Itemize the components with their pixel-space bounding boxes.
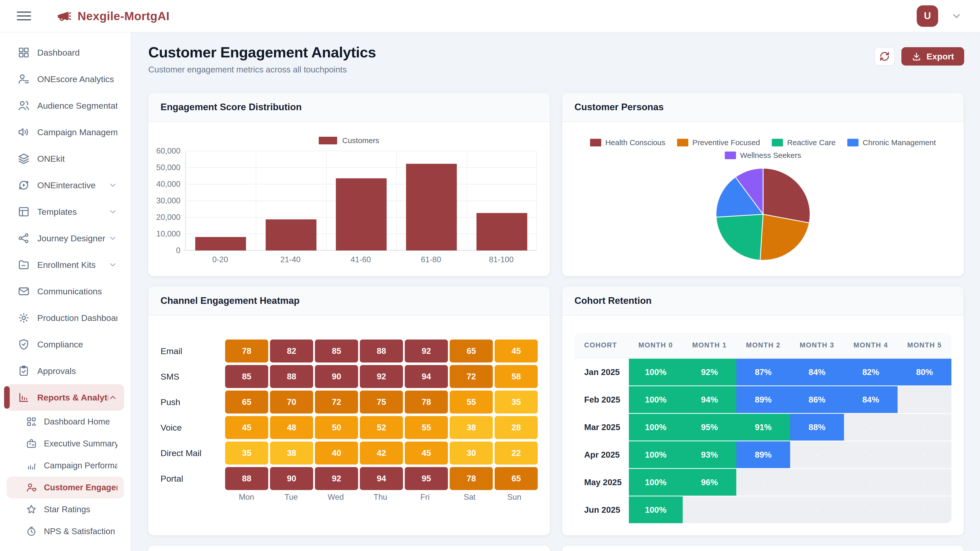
legend-item-reactive-care: Reactive Care [772, 138, 835, 147]
bar-chart-legend: Customers [148, 136, 550, 145]
cohort-cell-apr-2025-month-3: - [790, 441, 844, 468]
heatmap-cell-email-mon: 78 [225, 340, 268, 362]
heatmap-cell-direct-mail-wed: 40 [315, 441, 358, 465]
bar-61-80 [406, 164, 457, 251]
sidebar-item-label: Communications [37, 286, 118, 297]
heatmap-cell-email-wed: 85 [315, 340, 358, 362]
heatmap-cell-portal-mon: 88 [225, 467, 268, 490]
sidebar-item-label: Production Dashboard [37, 313, 118, 323]
sidebar-item-label: Campaign Management [37, 127, 118, 137]
heatmap-cell-voice-wed: 50 [315, 416, 358, 439]
avatar[interactable]: U [917, 5, 938, 27]
sidebar-item-dashboard-home[interactable]: Dashboard Home [6, 411, 124, 433]
heatmap-day-label-wed: Wed [314, 492, 357, 502]
cohort-label: May 2025 [574, 469, 629, 495]
cohort-column-header-month-0: MONTH 0 [629, 341, 682, 349]
sidebar-item-reports-analytics[interactable]: Reports & Analytics [6, 384, 124, 411]
cohort-row-feb-2025: Feb 2025100%94%89%86%84%- [574, 386, 951, 413]
sidebar-item-customer-engagement[interactable]: Customer Engagement [6, 476, 124, 499]
heatmap-row-label: Email [161, 346, 225, 356]
heatmap-cell-push-mon: 65 [225, 391, 268, 413]
pie-slice-preventive-focused [760, 214, 809, 260]
legend-item-health-conscious: Health Conscious [590, 138, 665, 147]
sidebar-item-journey-designer[interactable]: Journey Designer [6, 225, 124, 251]
sidebar-item-star-ratings[interactable]: Star Ratings [6, 499, 124, 520]
clipboard-check-icon [18, 365, 30, 377]
cohort-cell-feb-2025-month-1: 94% [682, 386, 737, 413]
legend-label: Reactive Care [787, 138, 835, 147]
x-axis-tick-label: 61-80 [396, 255, 466, 264]
heatmap-row-label: Voice [161, 423, 225, 433]
layout-dashboard-icon [26, 416, 37, 427]
sidebar-item-enrollment-kits[interactable]: Enrollment Kits [6, 251, 124, 278]
cohort-column-header-month-5: MONTH 5 [897, 341, 951, 349]
users-icon [18, 100, 30, 111]
heatmap-row-email: Email78828588926545 [161, 340, 538, 362]
card-title: Customer Personas [574, 102, 664, 113]
cohort-cell-apr-2025-month-0: 100% [629, 441, 682, 468]
legend-label: Chronic Management [862, 138, 936, 147]
sidebar-item-compliance[interactable]: Compliance [6, 331, 124, 358]
sidebar-item-campaign-performance[interactable]: Campaign Performance [6, 454, 124, 476]
sidebar-item-label: Dashboard [37, 48, 118, 58]
cohort-cell-apr-2025-month-1: 93% [682, 441, 737, 468]
star-icon [26, 504, 37, 515]
menu-icon[interactable] [17, 9, 31, 23]
sidebar-item-campaign-management[interactable]: Campaign Management [6, 119, 124, 145]
page-subtitle: Customer engagement metrics across all t… [148, 65, 376, 75]
gridline [467, 151, 467, 251]
heatmap-cell-voice-fri: 55 [405, 416, 448, 439]
heatmap-row-portal: Portal88909294957865 [161, 467, 538, 490]
heatmap-cell-voice-sun: 28 [495, 416, 538, 439]
legend-swatch [772, 139, 783, 146]
heatmap-cell-direct-mail-sun: 22 [495, 441, 538, 465]
timer-icon [26, 526, 37, 537]
cohort-cell-jan-2025-month-3: 84% [790, 359, 844, 386]
sidebar-item-partial[interactable] [6, 542, 124, 551]
y-axis-tick-label: 10,000 [150, 229, 180, 238]
sidebar-item-audience-segmentation[interactable]: Audience Segmentation [6, 92, 124, 119]
legend-label: Health Conscious [605, 138, 665, 147]
sidebar-item-communications[interactable]: Communications [6, 278, 124, 305]
cohort-cell-mar-2025-month-4: - [844, 414, 898, 441]
cohort-column-header-month-1: MONTH 1 [682, 341, 737, 349]
chevron-down-icon [108, 181, 118, 190]
share-network-icon [18, 232, 30, 244]
gridline [396, 151, 397, 251]
refresh-button[interactable] [874, 47, 895, 65]
engagement-score-card: Engagement Score Distribution Customers0… [148, 93, 550, 276]
heatmap-cell-direct-mail-fri: 45 [405, 441, 448, 465]
cohort-cell-feb-2025-month-0: 100% [629, 386, 682, 413]
sidebar-item-oneinteractive[interactable]: ONEinteractive [6, 172, 124, 198]
cohort-table: COHORTMONTH 0MONTH 1MONTH 2MONTH 3MONTH … [562, 316, 964, 535]
sidebar-item-production-dashboard[interactable]: Production Dashboard [6, 305, 124, 331]
legend-swatch [319, 137, 337, 144]
sidebar-item-onescore-analytics[interactable]: ONEscore Analytics [6, 66, 124, 92]
sidebar-item-executive-summary[interactable]: Executive Summary [6, 433, 124, 454]
cohort-label: Apr 2025 [574, 441, 629, 468]
sidebar-item-nps-satisfaction[interactable]: NPS & Satisfaction [6, 520, 124, 542]
legend-item-preventive-focused: Preventive Focused [677, 138, 760, 147]
user-menu-chevron-down-icon[interactable] [951, 11, 962, 22]
heatmap-row-label: Direct Mail [161, 448, 225, 458]
sidebar-item-dashboard[interactable]: Dashboard [6, 39, 124, 66]
export-button[interactable]: Export [901, 47, 964, 65]
cohort-cell-feb-2025-month-2: 89% [736, 386, 790, 413]
bar-21-40 [266, 219, 317, 251]
y-axis-tick-label: 20,000 [150, 213, 180, 222]
sidebar-item-label: Customer Engagement [44, 483, 118, 492]
cohort-cell-apr-2025-month-2: 89% [736, 441, 790, 468]
gridline [326, 151, 327, 251]
chevron-down-icon [108, 233, 118, 243]
cohort-label: Jan 2025 [574, 359, 629, 386]
sidebar-item-onekit[interactable]: ONEkit [6, 145, 124, 172]
sidebar-item-approvals[interactable]: Approvals [6, 358, 124, 384]
heatmap-cell-push-tue: 70 [270, 391, 313, 413]
sidebar-item-label: Approvals [37, 366, 118, 376]
cohort-cell-may-2025-month-4: - [844, 469, 898, 495]
cohort-cell-mar-2025-month-0: 100% [629, 414, 682, 441]
heatmap-cell-email-fri: 92 [405, 340, 448, 362]
sidebar-item-templates[interactable]: Templates [6, 198, 124, 225]
cohort-cell-jun-2025-month-0: 100% [629, 496, 682, 523]
legend-item-chronic-management: Chronic Management [847, 138, 936, 147]
